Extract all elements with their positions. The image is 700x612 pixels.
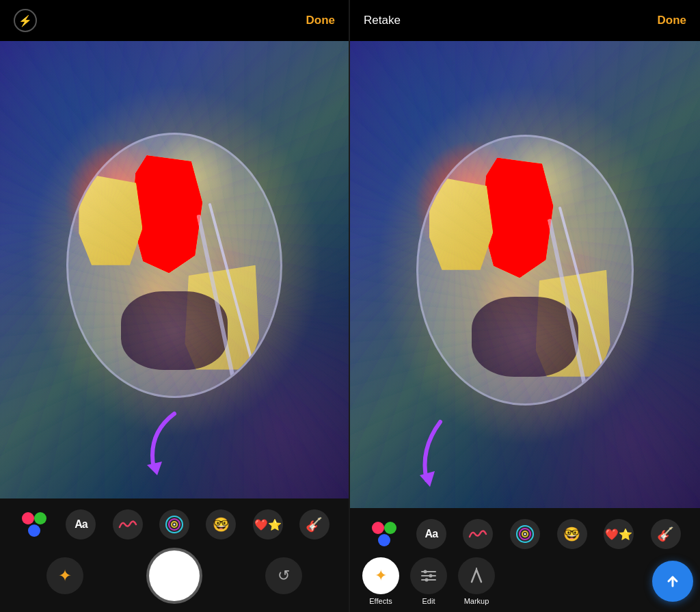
svg-point-9 (524, 533, 526, 535)
left-panel: ⚡ Done (0, 0, 350, 612)
edit-action-item[interactable]: Edit (405, 557, 453, 605)
colors-icon-btn-left[interactable] (19, 509, 49, 540)
svg-point-15 (425, 578, 429, 582)
emoji3-icon-right: 🎸 (657, 526, 674, 542)
emoji2-icon-btn-left[interactable]: ❤️⭐ (253, 509, 283, 540)
right-bottom-toolbar: Aa 🤓 ❤️⭐ (350, 508, 700, 612)
left-bottom-toolbar: Aa 🤓 ❤️⭐ (0, 498, 349, 612)
right-panel: Retake Done (350, 0, 700, 612)
photo-area-left (0, 41, 349, 498)
edit-label: Edit (422, 597, 435, 605)
star-icon-left: ✦ (58, 566, 72, 585)
emoji2-icon-btn-right[interactable]: ❤️⭐ (604, 519, 634, 549)
svg-point-13 (424, 570, 427, 574)
effects-action-item[interactable]: ✦ Effects (357, 557, 405, 605)
effects-icon-circle[interactable]: ✦ (362, 557, 399, 594)
art-background-right (350, 41, 700, 508)
squiggle-icon-left (118, 518, 137, 531)
art-background-left (0, 41, 349, 498)
emoji3-icon-btn-left[interactable]: 🎸 (299, 509, 329, 540)
color-red-r (372, 522, 384, 534)
edit-sliders-icon (420, 568, 438, 583)
left-header: ⚡ Done (0, 0, 349, 41)
right-icon-row: Aa 🤓 ❤️⭐ (350, 514, 700, 555)
color-green (34, 512, 46, 524)
effects-label: Effects (369, 597, 392, 605)
draw-icon-btn-right[interactable] (463, 519, 493, 549)
text-aa-label-left: Aa (75, 518, 87, 531)
color-blue (28, 524, 40, 537)
emoji1-icon-btn-right[interactable]: 🤓 (557, 519, 587, 549)
colors-circles-right (372, 522, 396, 546)
color-blue-r (378, 534, 390, 546)
markup-action-item[interactable]: Markup (453, 557, 500, 605)
send-arrow-icon (664, 572, 682, 590)
colors-icon-btn-right[interactable] (369, 519, 399, 549)
art-overlay-right (350, 41, 700, 508)
left-icon-row: Aa 🤓 ❤️⭐ (0, 504, 349, 545)
svg-point-14 (429, 574, 433, 578)
emoji1-icon-left: 🤓 (213, 516, 230, 533)
left-action-row: ✦ ↺ (0, 545, 349, 612)
target-icon-left (164, 514, 185, 535)
effects-star-icon: ✦ (375, 567, 387, 585)
right-header: Retake Done (350, 0, 700, 41)
color-green-r (384, 522, 396, 534)
send-button[interactable] (652, 561, 693, 602)
emoji2-icon-right: ❤️⭐ (605, 528, 632, 541)
emoji3-icon-btn-right[interactable]: 🎸 (651, 519, 681, 549)
target-icon-btn-right[interactable] (510, 519, 540, 549)
markup-pen-icon (468, 567, 485, 585)
flash-icon: ⚡ (18, 14, 32, 27)
done-button-right[interactable]: Done (658, 14, 687, 27)
text-icon-btn-right[interactable]: Aa (416, 519, 446, 549)
markup-icon-circle[interactable] (458, 557, 495, 594)
art-overlay-left (0, 41, 349, 498)
draw-icon-btn-left[interactable] (113, 509, 143, 540)
svg-point-4 (173, 524, 175, 526)
text-aa-label-right: Aa (425, 528, 438, 540)
emoji2-icon-left: ❤️⭐ (254, 518, 282, 531)
done-button-left[interactable]: Done (306, 14, 336, 27)
colors-circles-left (22, 512, 46, 537)
emoji3-icon-left: 🎸 (306, 516, 323, 533)
color-red (22, 512, 34, 524)
photo-area-right (350, 41, 700, 508)
text-icon-btn-left[interactable]: Aa (66, 509, 96, 540)
shutter-button[interactable] (149, 550, 200, 601)
target-icon-btn-left[interactable] (159, 509, 189, 540)
squiggle-icon-right (468, 527, 487, 541)
retake-label: Retake (364, 14, 401, 27)
favorites-button-left[interactable]: ✦ (46, 557, 83, 594)
retake-icon-left: ↺ (278, 567, 290, 585)
edit-icon-circle[interactable] (410, 557, 447, 594)
markup-label: Markup (464, 597, 489, 605)
emoji1-icon-right: 🤓 (563, 526, 580, 542)
target-icon-right (515, 524, 535, 544)
flash-button[interactable]: ⚡ (14, 9, 37, 32)
right-action-row: ✦ Effects Edit (350, 555, 700, 612)
retake-button-left[interactable]: ↺ (265, 557, 302, 594)
emoji1-icon-btn-left[interactable]: 🤓 (206, 509, 236, 540)
